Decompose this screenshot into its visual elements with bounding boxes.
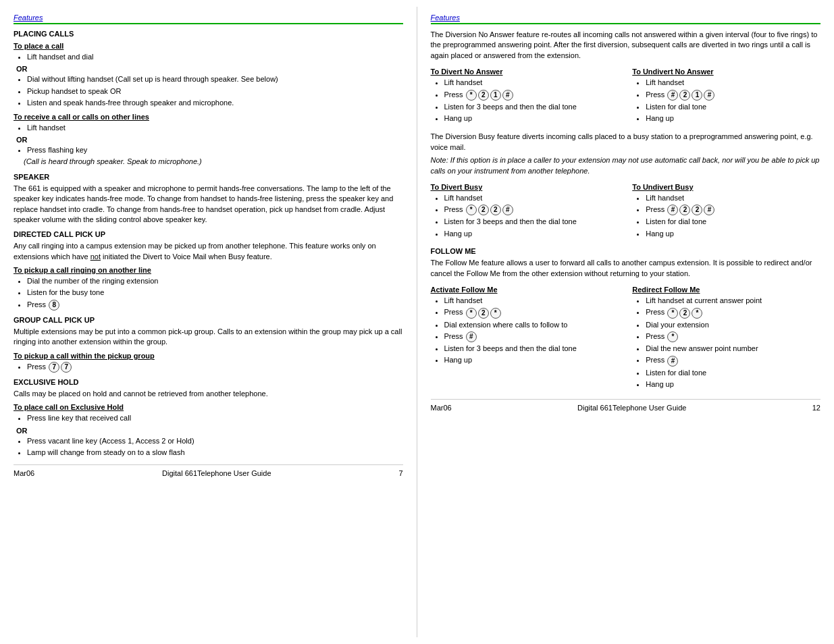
key-1: 1	[490, 90, 501, 101]
list-item: Listen and speak hands-free through spea…	[27, 98, 403, 108]
list-item: Dial the number of the ringing extension	[27, 276, 403, 286]
note-text: Note: If this option is in place a calle…	[431, 155, 821, 176]
list-item: Listen for dial tone	[646, 102, 820, 112]
list-item: Press #22#	[646, 205, 820, 215]
key-hash: #	[704, 205, 714, 215]
list-item: Lift handset at current answer point	[646, 296, 820, 306]
placing-calls-title: PLACING CALLS	[14, 30, 403, 38]
left-features-link[interactable]: Features	[14, 14, 403, 22]
key-hash: #	[704, 90, 714, 101]
key-2: 2	[478, 308, 489, 319]
list-item: Lift handset	[27, 123, 403, 133]
key-hash: #	[466, 331, 477, 342]
key-hash: #	[667, 90, 678, 101]
list-item: Hang up	[646, 229, 820, 239]
list-item: Listen for 3 beeps and then the dial ton…	[444, 102, 619, 112]
group-title: GROUP CALL PICK UP	[14, 316, 403, 324]
undivert-no-title: To Undivert No Answer	[632, 68, 820, 76]
key-hash: #	[502, 90, 513, 101]
receive-list-1: Lift handset	[14, 123, 403, 133]
key-2b: 2	[692, 205, 702, 215]
list-item: (Call is heard through speaker. Speak to…	[24, 157, 403, 167]
key-2: 2	[679, 308, 690, 319]
divert-busy-list: Lift handset Press *22# Listen for 3 bee…	[431, 193, 619, 239]
list-item: Press vacant line key (Access 1, Access …	[27, 436, 403, 446]
key-star2: *	[692, 308, 702, 319]
list-item: Press *2*	[444, 307, 619, 318]
activate-title: Activate Follow Me	[431, 286, 619, 294]
undivert-busy-title: To Undivert Busy	[632, 183, 820, 191]
key-2: 2	[478, 205, 489, 215]
right-features-link[interactable]: Features	[431, 14, 821, 22]
diversion-text: The Diversion No Answer feature re-route…	[431, 30, 821, 61]
key-hash2: #	[667, 356, 678, 367]
list-item: Press *22#	[444, 205, 619, 215]
list-item: Listen for 3 beeps and then the dial ton…	[444, 217, 619, 227]
list-item: Hang up	[646, 113, 820, 124]
key-hash: #	[502, 205, 513, 215]
list-item: Lift handset	[444, 78, 619, 88]
list-item: Lift handset	[646, 193, 820, 203]
list-item: Listen for 3 beeps and then the dial ton…	[444, 344, 619, 354]
key-2: 2	[679, 205, 690, 215]
left-footer-title: Digital 661Telephone User Guide	[162, 469, 271, 477]
key-2b: 2	[490, 205, 501, 215]
key-star3: *	[667, 331, 678, 342]
list-item: Listen for dial tone	[646, 368, 820, 378]
list-item: Press flashing key	[27, 145, 403, 155]
list-item: Press #	[646, 355, 820, 366]
left-footer-page: 7	[398, 469, 402, 477]
divert-no-title: To Divert No Answer	[431, 68, 619, 76]
key-7a: 7	[49, 362, 59, 373]
list-item: Press 8	[27, 300, 403, 311]
list-item: Hang up	[444, 355, 619, 365]
right-footer-page: 12	[812, 404, 820, 412]
divert-busy-title: To Divert Busy	[431, 183, 619, 191]
pickup-list: Dial the number of the ringing extension…	[14, 276, 403, 311]
or-1: OR	[16, 65, 403, 73]
key-star: *	[667, 308, 678, 319]
place-list-1: Lift handset and dial	[14, 52, 403, 62]
right-footer-title: Digital 661Telephone User Guide	[577, 404, 686, 412]
list-item: Press 77	[27, 362, 403, 373]
diversion-busy-text: The Diversion Busy feature diverts incom…	[431, 132, 821, 153]
group-pickup-list: Press 77	[14, 362, 403, 373]
left-column: Features PLACING CALLS To place a call L…	[7, 7, 417, 637]
list-item: Hang up	[646, 379, 820, 390]
list-item: Dial your extension	[646, 320, 820, 330]
list-item: Press #	[444, 331, 619, 342]
receive-title: To receive a call or calls on other line…	[14, 113, 403, 121]
divert-no-answer-section: To Divert No Answer Lift handset Press *…	[431, 63, 821, 126]
undivert-busy-list: Lift handset Press #22# Listen for dial …	[632, 193, 820, 239]
follow-me-text: The Follow Me feature allows a user to f…	[431, 258, 821, 279]
list-item: Dial the new answer point number	[646, 344, 820, 354]
list-item: Press *2*	[646, 307, 820, 318]
divert-no-left: To Divert No Answer Lift handset Press *…	[431, 63, 619, 126]
list-item: Dial extension where calls to follow to	[444, 320, 619, 330]
undivert-no-right: To Undivert No Answer Lift handset Press…	[632, 63, 820, 126]
divert-busy-left: To Divert Busy Lift handset Press *22# L…	[431, 179, 619, 242]
not-text: not	[90, 252, 101, 261]
key-2: 2	[478, 90, 489, 101]
list-item: Hang up	[444, 113, 619, 124]
key-1: 1	[692, 90, 702, 101]
list-item: Lift handset	[444, 296, 619, 306]
directed-text: Any call ringing into a campus extension…	[14, 241, 403, 262]
or-2: OR	[16, 136, 403, 144]
place-list-2: Dial without lifting handset (Call set u…	[14, 74, 403, 108]
left-footer-date: Mar06	[14, 469, 34, 477]
activate-list: Lift handset Press *2* Dial extension wh…	[431, 296, 619, 366]
speaker-title: SPEAKER	[14, 173, 403, 181]
follow-me-section: Activate Follow Me Lift handset Press *2…	[431, 281, 821, 392]
undivert-busy-right: To Undivert Busy Lift handset Press #22#…	[632, 179, 820, 242]
list-item: Lift handset	[444, 193, 619, 203]
list-item: Lift handset	[646, 78, 820, 88]
left-divider	[14, 23, 403, 24]
activate-left: Activate Follow Me Lift handset Press *2…	[431, 281, 619, 392]
right-footer-date: Mar06	[431, 404, 452, 412]
speaker-text: The 661 is equipped with a speaker and m…	[14, 184, 403, 225]
divert-no-list: Lift handset Press *21# Listen for 3 bee…	[431, 78, 619, 124]
list-item: Hang up	[444, 229, 619, 239]
list-item: Press line key that received call	[27, 413, 403, 423]
group-text: Multiple extensions may be put into a co…	[14, 327, 403, 348]
